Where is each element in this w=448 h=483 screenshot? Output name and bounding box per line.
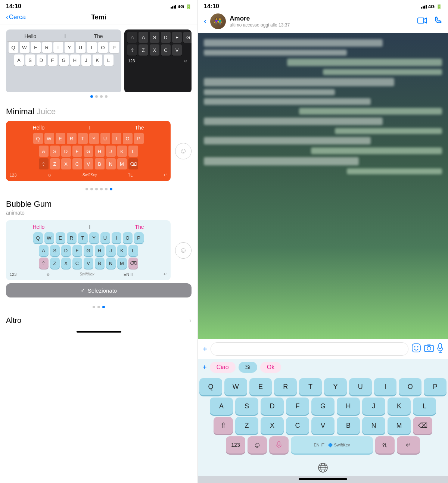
video-call-button[interactable] (417, 16, 427, 26)
suggestion-ciao[interactable]: Ciao (210, 362, 236, 373)
bk-w[interactable]: W (44, 232, 54, 243)
main-key-g[interactable]: G (311, 398, 335, 415)
bk-f[interactable]: F (72, 245, 82, 256)
back-button-left[interactable]: ‹ Cerca (6, 13, 26, 21)
ok-i[interactable]: I (112, 133, 121, 144)
bk-m[interactable]: M (117, 258, 127, 269)
bk-l[interactable]: L (128, 245, 138, 256)
key-s[interactable]: S (25, 54, 35, 66)
ok-c[interactable]: C (72, 158, 82, 169)
ok-r[interactable]: R (67, 133, 77, 144)
key-w[interactable]: W (20, 42, 29, 53)
main-space-key[interactable]: EN IT 🔷 SwiftKey (291, 436, 373, 454)
ok-u[interactable]: U (100, 133, 110, 144)
ok-s[interactable]: S (50, 146, 60, 157)
message-input[interactable] (211, 342, 408, 356)
key-o[interactable]: O (98, 42, 108, 53)
ok-d[interactable]: D (61, 146, 71, 157)
ok-h[interactable]: H (95, 146, 105, 157)
sticker-button[interactable] (411, 343, 421, 355)
main-key-c[interactable]: C (286, 417, 309, 434)
ok-a[interactable]: A (39, 146, 49, 157)
dk-key-x[interactable]: X (150, 44, 159, 56)
main-delete-key[interactable]: ⌫ (413, 417, 432, 434)
dk-key-g[interactable]: G (183, 32, 192, 43)
main-key-v[interactable]: V (311, 417, 335, 434)
key-t[interactable]: T (53, 42, 63, 53)
main-key-n[interactable]: N (362, 417, 385, 434)
ok-k[interactable]: K (117, 146, 127, 157)
emoji-btn-2[interactable]: ☺ (175, 242, 192, 259)
key-u[interactable]: U (76, 42, 85, 53)
keyboard-preview-bubble[interactable]: Hello I The Q W E R T Y U I O P (6, 220, 171, 280)
bk-s[interactable]: S (50, 245, 60, 256)
bk-n[interactable]: N (106, 258, 116, 269)
contact-avatar[interactable]: 👫 (210, 13, 226, 29)
main-key-s[interactable]: S (235, 398, 258, 415)
back-button-right[interactable]: ‹ (204, 16, 206, 26)
main-mic-key[interactable] (269, 436, 289, 454)
keyboard-preview-dark[interactable]: ⌂ A S D F G ⇧ Z X C V 123 ☺ (124, 29, 192, 92)
bk-g[interactable]: G (84, 245, 93, 256)
ok-e[interactable]: E (56, 133, 65, 144)
ok-x[interactable]: X (61, 158, 71, 169)
ok-f[interactable]: F (72, 146, 82, 157)
main-return-key[interactable]: ↵ (397, 436, 420, 454)
phone-call-button[interactable] (434, 16, 442, 27)
bk-i[interactable]: I (112, 232, 121, 243)
key-k[interactable]: K (93, 54, 102, 66)
qs-plus-icon[interactable]: + (202, 363, 207, 372)
main-key-i[interactable]: I (374, 378, 397, 395)
dk-key-f[interactable]: F (172, 32, 182, 43)
ok-y[interactable]: Y (89, 133, 99, 144)
ok-m[interactable]: M (117, 158, 127, 169)
main-shift-key[interactable]: ⇧ (214, 417, 233, 434)
bk-q[interactable]: Q (33, 232, 43, 243)
main-key-l[interactable]: L (413, 398, 436, 415)
globe-button[interactable] (314, 460, 332, 475)
ok-q[interactable]: Q (33, 133, 43, 144)
ok-b[interactable]: B (95, 158, 105, 169)
ok-p[interactable]: P (134, 133, 144, 144)
ok-j[interactable]: J (106, 146, 116, 157)
voice-button[interactable] (437, 343, 444, 355)
ok-shift[interactable]: ⇧ (39, 158, 49, 169)
main-key-o[interactable]: O (399, 378, 421, 395)
ok-g[interactable]: G (84, 146, 93, 157)
dk-key-s[interactable]: S (150, 32, 159, 43)
key-r[interactable]: R (42, 42, 52, 53)
bk-k[interactable]: K (117, 245, 127, 256)
ok-z[interactable]: Z (50, 158, 60, 169)
bk-y[interactable]: Y (89, 232, 99, 243)
ok-v[interactable]: V (84, 158, 93, 169)
ok-n[interactable]: N (106, 158, 116, 169)
suggestion-ok[interactable]: Ok (260, 362, 281, 373)
ok-w[interactable]: W (44, 133, 54, 144)
bk-d[interactable]: D (61, 245, 71, 256)
bk-a[interactable]: A (39, 245, 49, 256)
key-y[interactable]: Y (65, 42, 74, 53)
bk-del[interactable]: ⌫ (128, 258, 138, 269)
dk-key-a[interactable]: A (139, 32, 148, 43)
dk-key-d[interactable]: D (161, 32, 171, 43)
keyboard-preview-orange[interactable]: HelloIThe Q W E R T Y U I O P (6, 121, 171, 181)
suggestion-si[interactable]: Si (239, 362, 257, 373)
main-key-h[interactable]: H (337, 398, 360, 415)
chat-info[interactable]: Amore ultimo accesso oggi alle 13:37 (230, 15, 414, 28)
key-h[interactable]: H (70, 54, 80, 66)
key-p[interactable]: P (109, 42, 119, 53)
bk-h[interactable]: H (95, 245, 105, 256)
main-punct-key[interactable]: ?!, (375, 436, 395, 454)
emoji-btn-1[interactable]: ☺ (175, 143, 192, 159)
ok-l[interactable]: L (128, 146, 138, 157)
ok-o[interactable]: O (123, 133, 133, 144)
bk-u[interactable]: U (100, 232, 110, 243)
bk-z[interactable]: Z (50, 258, 60, 269)
camera-button[interactable] (424, 344, 434, 354)
bk-shift[interactable]: ⇧ (39, 258, 49, 269)
main-key-b[interactable]: B (337, 417, 360, 434)
main-key-e[interactable]: E (249, 378, 272, 395)
main-key-d[interactable]: D (261, 398, 284, 415)
main-key-j[interactable]: J (362, 398, 385, 415)
bk-o[interactable]: O (123, 232, 133, 243)
